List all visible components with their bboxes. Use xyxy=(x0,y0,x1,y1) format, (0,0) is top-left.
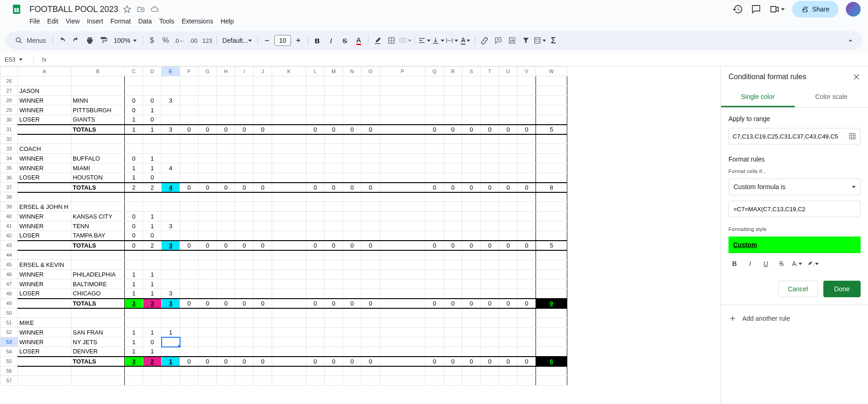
cell-M54[interactable] xyxy=(325,347,343,357)
cell-F54[interactable] xyxy=(180,347,198,357)
cell-O27[interactable] xyxy=(361,86,380,96)
cell-B47[interactable]: BALTIMORE xyxy=(71,279,125,289)
cell-M52[interactable] xyxy=(325,328,343,337)
cell-O57[interactable] xyxy=(361,376,380,386)
cell-L36[interactable] xyxy=(306,173,325,183)
cell-U56[interactable] xyxy=(499,366,518,376)
cell-P36[interactable] xyxy=(380,173,425,183)
cell-G48[interactable] xyxy=(198,289,217,299)
cell-I46[interactable] xyxy=(235,270,254,279)
cell-M47[interactable] xyxy=(325,279,343,289)
cell-E34[interactable] xyxy=(162,154,180,163)
cell-B52[interactable]: SAN FRAN xyxy=(71,328,125,337)
cell-A53[interactable]: WINNER xyxy=(18,337,71,347)
row-header-52[interactable]: 52 xyxy=(0,328,18,337)
cell-L40[interactable] xyxy=(306,212,325,221)
cell-V45[interactable] xyxy=(518,260,536,270)
cell-E54[interactable] xyxy=(162,347,180,357)
cell-V40[interactable] xyxy=(518,212,536,221)
cell-C32[interactable] xyxy=(125,134,143,144)
cell-K34[interactable] xyxy=(272,154,306,163)
cell-T31[interactable]: 0 xyxy=(481,125,499,134)
filter-views-button[interactable] xyxy=(533,34,546,47)
cell-W40[interactable] xyxy=(536,212,567,221)
cell-N28[interactable] xyxy=(343,96,361,105)
cell-N37[interactable]: 0 xyxy=(343,183,361,192)
cell-Q26[interactable] xyxy=(425,76,444,86)
row-header-40[interactable]: 40 xyxy=(0,212,18,221)
cell-K56[interactable] xyxy=(272,366,306,376)
cell-J53[interactable] xyxy=(254,337,272,347)
cell-N55[interactable]: 0 xyxy=(343,357,361,366)
cell-J26[interactable] xyxy=(254,76,272,86)
cell-J52[interactable] xyxy=(254,328,272,337)
cell-H43[interactable]: 0 xyxy=(217,241,235,250)
cell-O37[interactable]: 0 xyxy=(361,183,380,192)
cell-N40[interactable] xyxy=(343,212,361,221)
more-formats-button[interactable]: 123 xyxy=(201,34,214,47)
row-header-53[interactable]: 53 xyxy=(0,337,18,347)
bold-button[interactable]: B xyxy=(311,34,324,47)
cell-W39[interactable] xyxy=(536,202,567,212)
cell-I49[interactable]: 0 xyxy=(235,299,254,308)
cell-D56[interactable] xyxy=(143,366,162,376)
cell-C42[interactable]: 0 xyxy=(125,231,143,241)
cell-U36[interactable] xyxy=(499,173,518,183)
cell-O46[interactable] xyxy=(361,270,380,279)
cell-R43[interactable]: 0 xyxy=(444,241,462,250)
cell-L55[interactable]: 0 xyxy=(306,357,325,366)
cell-J48[interactable] xyxy=(254,289,272,299)
cell-K46[interactable] xyxy=(272,270,306,279)
cell-P30[interactable] xyxy=(380,115,425,125)
cell-G29[interactable] xyxy=(198,105,217,115)
cell-R28[interactable] xyxy=(444,96,462,105)
cell-O42[interactable] xyxy=(361,231,380,241)
cell-J41[interactable] xyxy=(254,221,272,231)
cell-E57[interactable] xyxy=(162,376,180,386)
cell-P57[interactable] xyxy=(380,376,425,386)
cell-E52[interactable]: 1 xyxy=(162,328,180,337)
cell-I35[interactable] xyxy=(235,163,254,173)
cell-E40[interactable] xyxy=(162,212,180,221)
select-range-icon[interactable] xyxy=(848,132,856,140)
cell-T49[interactable]: 0 xyxy=(481,299,499,308)
cell-P50[interactable] xyxy=(380,308,425,318)
cell-A37[interactable] xyxy=(18,183,71,192)
formula-input[interactable] xyxy=(52,56,868,63)
cell-S29[interactable] xyxy=(462,105,481,115)
cell-A36[interactable]: LOSER xyxy=(18,173,71,183)
col-header-M[interactable]: M xyxy=(325,67,343,76)
cell-S39[interactable] xyxy=(462,202,481,212)
cell-D42[interactable]: 0 xyxy=(143,231,162,241)
cell-G39[interactable] xyxy=(198,202,217,212)
cell-O50[interactable] xyxy=(361,308,380,318)
cell-H29[interactable] xyxy=(217,105,235,115)
cell-M43[interactable]: 0 xyxy=(325,241,343,250)
cell-V32[interactable] xyxy=(518,134,536,144)
cell-B29[interactable]: PITTSBURGH xyxy=(71,105,125,115)
row-header-29[interactable]: 29 xyxy=(0,105,18,115)
cell-H53[interactable] xyxy=(217,337,235,347)
cell-G41[interactable] xyxy=(198,221,217,231)
cell-J54[interactable] xyxy=(254,347,272,357)
cell-U42[interactable] xyxy=(499,231,518,241)
cell-S36[interactable] xyxy=(462,173,481,183)
cell-W31[interactable]: 5 xyxy=(536,125,567,134)
cell-L33[interactable] xyxy=(306,144,325,154)
cell-F46[interactable] xyxy=(180,270,198,279)
custom-formula-input[interactable] xyxy=(734,206,856,213)
cell-M33[interactable] xyxy=(325,144,343,154)
cell-B46[interactable]: PHILADELPHIA xyxy=(71,270,125,279)
row-header-57[interactable]: 57 xyxy=(0,376,18,386)
cell-G44[interactable] xyxy=(198,250,217,260)
cell-T35[interactable] xyxy=(481,163,499,173)
cell-F47[interactable] xyxy=(180,279,198,289)
cell-U29[interactable] xyxy=(499,105,518,115)
cell-W55[interactable]: 6 xyxy=(536,357,567,366)
cell-W34[interactable] xyxy=(536,154,567,163)
cell-L52[interactable] xyxy=(306,328,325,337)
cell-C38[interactable] xyxy=(125,192,143,202)
cell-D51[interactable] xyxy=(143,318,162,328)
cell-T36[interactable] xyxy=(481,173,499,183)
cell-C47[interactable]: 1 xyxy=(125,279,143,289)
